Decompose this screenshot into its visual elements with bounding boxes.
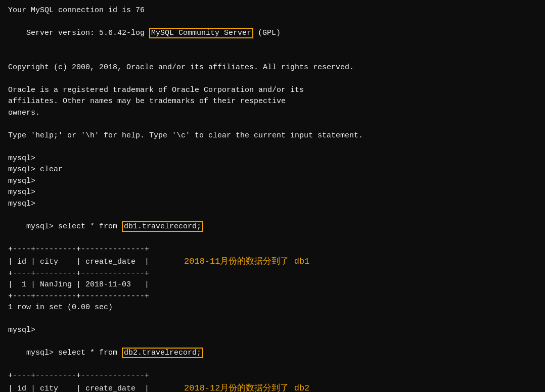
- prompt-clear: mysql> clear: [8, 164, 537, 176]
- help-line: Type 'help;' or '\h' for help. Type '\c'…: [8, 130, 537, 142]
- annotation-db1: 2018-11月份的数据分到了 db1: [184, 257, 309, 266]
- server-version-pre: Server version: 5.6.42-log: [26, 29, 149, 37]
- table1-row: | 1 | NanJing | 2018-11-03 |: [8, 280, 149, 289]
- select-db2-line: mysql> select * from db2.travelrecord;: [8, 336, 537, 371]
- prompt-2: mysql>: [8, 176, 537, 187]
- annotation-db2: 2018-12月份的数据分到了 db2: [184, 383, 309, 393]
- blank-line-4: [8, 141, 537, 153]
- server-version-line: Server version: 5.6.42-log MySQL Communi…: [8, 17, 537, 51]
- db1-highlight: db1.travelrecord;: [122, 221, 203, 232]
- table1-sep1: +----+---------+--------------+: [8, 245, 149, 254]
- table1-sep3: +----+---------+--------------+: [8, 292, 149, 301]
- prompt-3: mysql>: [8, 187, 537, 199]
- blank-line-1: [8, 51, 537, 62]
- terminal: Your MySQL connection id is 76 Server ve…: [8, 5, 537, 392]
- select-db1-line: mysql> select * from db1.travelrecord;: [8, 210, 537, 244]
- blank-line-5: [8, 314, 537, 325]
- server-version-highlight: MySQL Community Server: [149, 28, 253, 38]
- table1-header: | id | city | create_date |: [8, 258, 149, 266]
- table1-sep2: +----+---------+--------------+: [8, 269, 149, 278]
- prompt-4: mysql>: [8, 199, 537, 210]
- oracle-line-3: owners.: [8, 108, 537, 119]
- blank-line-2: [8, 73, 537, 85]
- select-db2-pre: mysql> select * from: [26, 349, 122, 357]
- prompt-5: mysql>: [8, 325, 537, 336]
- oracle-line-2: affiliates. Other names may be trademark…: [8, 96, 537, 108]
- oracle-line-1: Oracle is a registered trademark of Orac…: [8, 85, 537, 96]
- table2-header: | id | city | create_date |: [8, 384, 149, 393]
- select-db1-pre: mysql> select * from: [26, 222, 122, 231]
- server-version-post: (GPL): [253, 29, 281, 37]
- table1-count: 1 row in set (0.00 sec): [8, 302, 537, 314]
- prompt-1: mysql>: [8, 153, 537, 165]
- copyright-line: Copyright (c) 2000, 2018, Oracle and/or …: [8, 62, 537, 74]
- table2-sep1: +----+---------+--------------+: [8, 371, 149, 380]
- db2-highlight: db2.travelrecord;: [122, 348, 203, 358]
- blank-line-3: [8, 119, 537, 130]
- connection-id-line: Your MySQL connection id is 76: [8, 5, 537, 17]
